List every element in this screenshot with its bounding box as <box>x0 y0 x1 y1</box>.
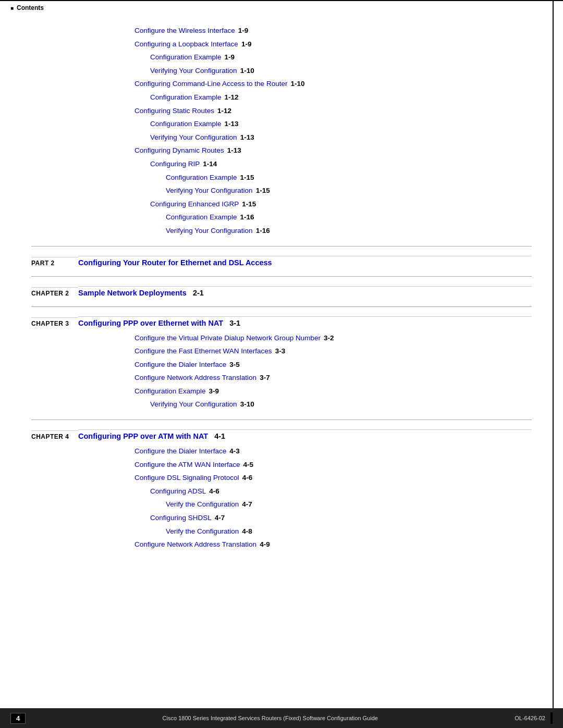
toc-row: Configure Network Address Translation4-9 <box>31 539 532 550</box>
chapter-header-row: CHAPTER 3Configuring PPP over Ethernet w… <box>31 316 532 327</box>
toc-page-number: 4-3 <box>229 446 240 457</box>
toc-page-number: 1-13 <box>227 145 241 156</box>
toc-page-number: 1-15 <box>242 199 256 210</box>
toc-link[interactable]: Configuring RIP <box>150 158 200 170</box>
toc-row: Configuration Example3-9 <box>31 386 532 397</box>
toc-row: Configuring SHDSL4-7 <box>31 512 532 524</box>
toc-page-number: 3-10 <box>240 399 254 410</box>
toc-link[interactable]: Configure DSL Signaling Protocol <box>134 472 239 484</box>
toc-link[interactable]: Configure the ATM WAN Interface <box>134 459 240 471</box>
toc-link[interactable]: Configuring Dynamic Routes <box>134 145 224 156</box>
chapter-header-row: CHAPTER 4Configuring PPP over ATM with N… <box>31 429 532 440</box>
toc-link[interactable]: Configuration Example <box>134 386 206 397</box>
toc-row: Configuring RIP1-14 <box>31 158 532 170</box>
toc-page-number: 1-14 <box>203 158 217 170</box>
toc-link[interactable]: Configuring Enhanced IGRP <box>150 199 239 210</box>
toc-page-number: 4-7 <box>215 512 225 524</box>
toc-page-number: 1-9 <box>225 52 235 63</box>
toc-page-number: 4-6 <box>209 486 219 497</box>
toc-row: Configuring Static Routes1-12 <box>31 105 532 117</box>
toc-page-number: 1-12 <box>225 92 239 103</box>
toc-page-number: 4-6 <box>242 472 253 484</box>
toc-row: Verifying Your Configuration1-10 <box>31 65 532 77</box>
toc-row: Verifying Your Configuration3-10 <box>31 399 532 410</box>
toc-link[interactable]: Configuring ADSL <box>150 486 206 497</box>
chapter-toc-block: Configure the Dialer Interface4-3Configu… <box>31 446 532 550</box>
toc-link[interactable]: Configuration Example <box>150 52 222 63</box>
toc-page-number: 4-8 <box>242 526 252 537</box>
toc-row: Verifying Your Configuration1-15 <box>31 185 532 196</box>
toc-link[interactable]: Configure the Virtual Private Dialup Net… <box>134 332 321 344</box>
part-header-row: PART 2Configuring Your Router for Ethern… <box>31 256 532 267</box>
section-divider <box>31 419 532 420</box>
toc-row: Configure Network Address Translation3-7 <box>31 372 532 384</box>
footer-doc-number: OL-6426-02 <box>515 715 545 721</box>
chapter-label: CHAPTER 4 <box>31 430 78 440</box>
toc-link[interactable]: Configure the Dialer Interface <box>134 446 226 457</box>
footer-page-number: 4 <box>10 713 26 724</box>
toc-link[interactable]: Verifying Your Configuration <box>166 225 253 237</box>
toc-link[interactable]: Configure the Dialer Interface <box>134 359 226 371</box>
toc-link[interactable]: Configuring a Loopback Interface <box>134 39 238 50</box>
toc-link[interactable]: Verifying Your Configuration <box>150 132 237 143</box>
toc-link[interactable]: Configuration Example <box>166 212 237 223</box>
chapter-title: Configuring PPP over ATM with NAT 4-1 <box>78 429 532 440</box>
toc-row: Configuration Example1-16 <box>31 212 532 223</box>
toc-row: Verify the Configuration4-7 <box>31 499 532 510</box>
toc-row: Configuration Example1-9 <box>31 52 532 63</box>
toc-link[interactable]: Verify the Configuration <box>166 526 239 537</box>
toc-link[interactable]: Verifying Your Configuration <box>150 65 237 77</box>
toc-row: Configure the Virtual Private Dialup Net… <box>31 332 532 344</box>
toc-page-number: 1-9 <box>241 39 252 50</box>
section-divider <box>31 246 532 246</box>
toc-link[interactable]: Configuring SHDSL <box>150 512 212 524</box>
toc-link[interactable]: Configuration Example <box>166 172 237 183</box>
toc-section: Configure the Wireless Interface1-9Confi… <box>31 25 532 237</box>
toc-page-number: 1-10 <box>240 65 254 77</box>
chapter-label: CHAPTER 3 <box>31 317 78 327</box>
toc-link[interactable]: Configure the Wireless Interface <box>134 25 235 36</box>
toc-link[interactable]: Verify the Configuration <box>166 499 239 510</box>
footer-title: Cisco 1800 Series Integrated Services Ro… <box>26 715 515 721</box>
toc-row: Verifying Your Configuration1-13 <box>31 132 532 143</box>
footer-right-bar <box>550 712 553 724</box>
toc-link[interactable]: Configuration Example <box>150 92 222 103</box>
toc-link[interactable]: Configure Network Address Translation <box>134 372 256 384</box>
toc-row: Configuring Enhanced IGRP1-15 <box>31 199 532 210</box>
part-title: Configuring Your Router for Ethernet and… <box>78 256 532 267</box>
toc-row: Configuration Example1-13 <box>31 118 532 130</box>
toc-page-number: 3-7 <box>260 372 270 384</box>
chapter-header-row: CHAPTER 2Sample Network Deployments 2-1 <box>31 286 532 297</box>
toc-row: Configuring Command-Line Access to the R… <box>31 78 532 90</box>
toc-page-number: 1-10 <box>290 78 304 90</box>
toc-link[interactable]: Verifying Your Configuration <box>166 185 253 196</box>
chapter-page-number: 4-1 <box>212 432 225 440</box>
toc-link[interactable]: Configuration Example <box>150 118 222 130</box>
toc-page-number: 4-5 <box>243 459 254 471</box>
toc-link[interactable]: Verifying Your Configuration <box>150 399 237 410</box>
page-right-border <box>553 0 554 728</box>
toc-row: Configuring Dynamic Routes1-13 <box>31 145 532 156</box>
toc-page-number: 4-7 <box>242 499 252 510</box>
part-label: PART 2 <box>31 257 78 267</box>
chapter-label: CHAPTER 2 <box>31 287 78 297</box>
toc-link[interactable]: Configure the Fast Ethernet WAN Interfac… <box>134 346 272 357</box>
toc-link[interactable]: Configuring Command-Line Access to the R… <box>134 78 287 90</box>
chapter-title: Sample Network Deployments 2-1 <box>78 286 532 297</box>
toc-row: Configure the Dialer Interface3-5 <box>31 359 532 371</box>
toc-page-number: 3-2 <box>324 332 334 344</box>
toc-link[interactable]: Configuring Static Routes <box>134 105 214 117</box>
toc-link[interactable]: Configure Network Address Translation <box>134 539 256 550</box>
toc-page-number: 1-16 <box>256 225 270 237</box>
toc-row: Configuration Example1-12 <box>31 92 532 103</box>
toc-page-number: 1-15 <box>256 185 270 196</box>
chapter-page-number: 2-1 <box>191 289 204 297</box>
toc-row: Verifying Your Configuration1-16 <box>31 225 532 237</box>
toc-row: Configuring a Loopback Interface1-9 <box>31 39 532 50</box>
toc-page-number: 1-12 <box>217 105 231 117</box>
toc-row: Configure the ATM WAN Interface4-5 <box>31 459 532 471</box>
toc-page-number: 1-13 <box>240 132 254 143</box>
toc-row: Configure the Wireless Interface1-9 <box>31 25 532 36</box>
chapter-page-number: 3-1 <box>227 319 240 327</box>
toc-row: Configure the Dialer Interface4-3 <box>31 446 532 457</box>
